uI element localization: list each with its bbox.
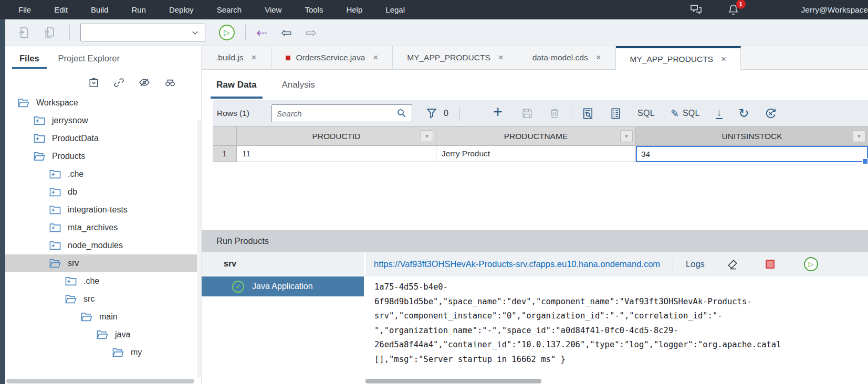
- notifications-button[interactable]: 1: [727, 4, 739, 16]
- feedback-chat-icon[interactable]: [690, 4, 702, 16]
- hide-hidden-files-icon[interactable]: [139, 77, 150, 88]
- cell-unitsinstock-selected[interactable]: 34: [636, 146, 868, 162]
- search-input[interactable]: [277, 109, 396, 118]
- collapse-all-icon[interactable]: [88, 77, 99, 88]
- chevron-down-icon: [191, 28, 200, 37]
- tree-item-srv-che[interactable]: .che: [5, 272, 201, 290]
- tree-item-db[interactable]: db: [5, 183, 201, 201]
- link-editor-icon[interactable]: [113, 77, 124, 88]
- sidebar-horizontal-scrollbar[interactable]: [6, 379, 194, 383]
- menu-run[interactable]: Run: [131, 5, 146, 14]
- menu-file[interactable]: File: [18, 5, 31, 14]
- menu-search[interactable]: Search: [217, 5, 242, 14]
- navigate-back-icon[interactable]: ⇦: [281, 26, 292, 39]
- column-header-productname[interactable]: PRODUCTNAME ▼: [436, 127, 636, 145]
- selection-fill-handle[interactable]: [862, 158, 868, 164]
- tree-item-integration-tests[interactable]: integration-tests: [5, 201, 201, 219]
- menu-deploy[interactable]: Deploy: [169, 5, 194, 14]
- menu-view[interactable]: View: [265, 5, 281, 14]
- tree-item-label: Workspace: [36, 98, 78, 108]
- last-edit-location-icon[interactable]: ⇠: [256, 26, 267, 39]
- cell-productname[interactable]: Jerry Product: [436, 146, 636, 162]
- navigate-forward-icon[interactable]: ⇨: [306, 26, 317, 39]
- stop-icon[interactable]: [766, 260, 775, 269]
- menu-tools[interactable]: Tools: [305, 5, 323, 14]
- column-header-unitsinstock[interactable]: UNITSINSTOCK ▼: [636, 127, 868, 145]
- close-icon[interactable]: ×: [721, 54, 726, 65]
- import-files-icon[interactable]: [43, 26, 56, 39]
- sidebar-vertical-scrollbar[interactable]: [197, 120, 201, 378]
- run-process-list: srv ✓ Java Application: [202, 252, 365, 384]
- grid-search-box[interactable]: [271, 104, 412, 122]
- cell-productid[interactable]: 11: [237, 146, 436, 162]
- download-icon[interactable]: ↓: [716, 108, 723, 119]
- run-panel-header[interactable]: Run Products: [202, 230, 868, 252]
- edit-sql-label: SQL: [683, 109, 700, 118]
- tree-item-jerrysnow[interactable]: jerrysnow: [5, 112, 201, 130]
- record-list-icon[interactable]: [610, 108, 622, 120]
- menu-edit[interactable]: Edit: [54, 5, 68, 14]
- app-url-link[interactable]: https://Vaf93ft3OHSHevAk-Products-srv.cf…: [374, 259, 660, 269]
- editor-tab-data-model-cds[interactable]: data-model.cds ×: [518, 46, 616, 69]
- tree-item-java[interactable]: java: [5, 326, 201, 344]
- column-filter-button[interactable]: ▼: [853, 130, 865, 142]
- tab-raw-data[interactable]: Raw Data: [216, 70, 257, 100]
- tab-files[interactable]: Files: [19, 46, 39, 71]
- row-number-cell[interactable]: 1: [213, 146, 237, 162]
- editor-tab-my-app-products-2[interactable]: MY_APP_PRODUCTS ×: [616, 46, 741, 70]
- menu-help[interactable]: Help: [346, 5, 362, 14]
- tree-item-mta-archives[interactable]: mta_archives: [5, 219, 201, 237]
- sql-console-button[interactable]: SQL: [637, 109, 655, 118]
- menu-legal[interactable]: Legal: [385, 5, 405, 14]
- user-workspace-label[interactable]: Jerry@Workspace: [801, 5, 868, 15]
- delete-rows-icon[interactable]: [549, 108, 560, 119]
- logs-button[interactable]: Logs: [686, 259, 705, 269]
- log-horizontal-scrollbar[interactable]: [365, 378, 868, 384]
- close-icon[interactable]: ×: [596, 52, 601, 63]
- add-row-icon[interactable]: +: [493, 105, 503, 120]
- tab-analysis[interactable]: Analysis: [282, 70, 315, 100]
- tree-item-che[interactable]: .che: [5, 165, 201, 183]
- main-toolbar: ▷ ⇠ ⇦ ⇨: [0, 19, 868, 46]
- search-files-icon[interactable]: [164, 77, 176, 88]
- close-icon[interactable]: ×: [498, 52, 504, 63]
- folder-collapsed-icon: [49, 205, 61, 215]
- tree-item-main[interactable]: main: [5, 308, 201, 326]
- tab-project-explorer[interactable]: Project Explorer: [58, 46, 120, 71]
- refresh-icon[interactable]: ↻: [738, 107, 749, 120]
- tree-item-products[interactable]: Products: [5, 147, 201, 165]
- tree-item-label: src: [83, 294, 95, 304]
- clear-logs-icon[interactable]: [727, 259, 738, 270]
- restart-button[interactable]: ▷: [804, 257, 818, 271]
- editor-tab-ordersservice-java[interactable]: OrdersService.java ×: [271, 46, 393, 69]
- tree-item-productdata[interactable]: ProductData: [5, 130, 201, 147]
- search-icon[interactable]: [396, 108, 407, 119]
- import-file-icon[interactable]: [18, 26, 30, 39]
- close-icon[interactable]: ×: [252, 52, 257, 63]
- column-header-productid[interactable]: PRODUCTID ▼: [237, 127, 436, 145]
- run-button[interactable]: ▷: [219, 25, 235, 40]
- cancel-refresh-icon[interactable]: [765, 108, 777, 120]
- tree-item-workspace[interactable]: Workspace: [5, 94, 201, 112]
- edit-sql-button[interactable]: ✎ SQL: [671, 108, 700, 120]
- tree-item-label: node_modules: [68, 241, 123, 250]
- column-filter-button[interactable]: ▼: [421, 130, 433, 142]
- menu-build[interactable]: Build: [91, 5, 108, 14]
- filter-icon[interactable]: [426, 108, 437, 119]
- column-filter-button[interactable]: ▼: [620, 130, 633, 142]
- tab-label: MY_APP_PRODUCTS: [630, 55, 713, 64]
- tree-item-src[interactable]: src: [5, 290, 201, 308]
- close-icon[interactable]: ×: [373, 52, 378, 63]
- run-configuration-select[interactable]: [80, 24, 205, 41]
- java-application-row[interactable]: ✓ Java Application: [202, 276, 364, 296]
- editor-tab-my-app-products-1[interactable]: MY_APP_PRODUCTS ×: [393, 46, 518, 69]
- save-rows-icon[interactable]: [521, 108, 533, 119]
- scrollbar-thumb[interactable]: [365, 379, 541, 383]
- view-record-icon[interactable]: [582, 108, 594, 120]
- tree-item-node-modules[interactable]: node_modules: [5, 237, 201, 254]
- run-module-row[interactable]: srv: [202, 252, 364, 276]
- tree-item-srv[interactable]: srv: [5, 254, 201, 272]
- tree-item-my[interactable]: my: [5, 344, 201, 361]
- rows-count-label: Rows (1): [217, 109, 249, 118]
- editor-tab-build-js[interactable]: .build.js ×: [202, 46, 271, 69]
